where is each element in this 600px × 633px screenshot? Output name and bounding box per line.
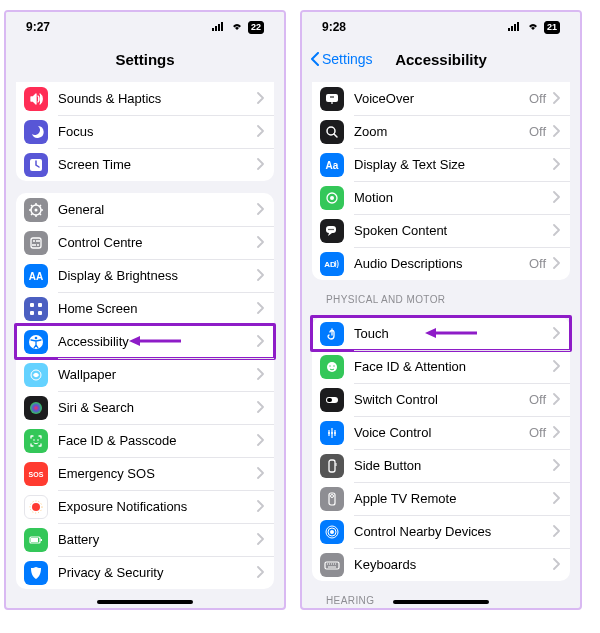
list-item-label: Display & Brightness [58,268,178,283]
list-item[interactable]: Battery [16,523,274,556]
back-button[interactable]: Settings [310,42,373,76]
list-item[interactable]: ZoomOff [312,115,570,148]
svg-point-19 [30,402,42,414]
svg-rect-3 [221,22,223,31]
list-item[interactable]: ADAudio DescriptionsOff [312,247,570,280]
list-item-label: Control Nearby Devices [354,524,491,539]
svg-rect-58 [325,562,339,569]
list-item-label: VoiceOver [354,91,414,106]
controlcentre-icon [24,231,48,255]
list-item-label: Apple TV Remote [354,491,456,506]
list-item[interactable]: Switch ControlOff [312,383,570,416]
list-item[interactable]: Apple TV Remote [312,482,570,515]
phone-accessibility: 9:28 21 Settings Accessibility VoiceOver… [300,10,582,610]
list-item-value: Off [529,425,546,440]
svg-rect-31 [517,22,519,31]
list-item-label: Motion [354,190,393,205]
list-item[interactable]: AADisplay & Brightness [16,259,274,292]
battery-level: 21 [544,21,560,34]
list-item-label: Emergency SOS [58,466,155,481]
list-item-label: Accessibility [58,334,129,349]
svg-point-39 [330,228,331,229]
svg-point-36 [330,196,334,200]
list-item[interactable]: Home Screen [16,292,274,325]
list-group: TouchFace ID & AttentionSwitch ControlOf… [312,317,570,581]
list-item-label: Touch [354,326,389,341]
switchcontrol-icon [320,388,344,412]
accessibility-list[interactable]: VoiceOverOffZoomOffAaDisplay & Text Size… [302,76,580,608]
chevron-right-icon [256,234,264,252]
chevron-right-icon [256,123,264,141]
chevron-right-icon [256,465,264,483]
list-item[interactable]: Face ID & Attention [312,350,570,383]
sos-icon: SOS [24,462,48,486]
svg-point-9 [37,244,39,246]
svg-rect-12 [38,303,42,307]
list-item[interactable]: Wallpaper [16,358,274,391]
chevron-right-icon [256,156,264,174]
privacy-icon [24,561,48,585]
list-item[interactable]: Accessibility [16,325,274,358]
chevron-right-icon [552,189,560,207]
list-item[interactable]: General [16,193,274,226]
list-item[interactable]: VoiceOverOff [312,82,570,115]
svg-point-16 [35,336,38,339]
svg-point-44 [329,365,330,366]
svg-rect-29 [511,26,513,31]
list-item[interactable]: Touch [312,317,570,350]
list-item[interactable]: Privacy & Security [16,556,274,589]
highlight-box [310,315,572,352]
home-indicator[interactable] [393,600,489,604]
chevron-right-icon [256,564,264,582]
textsize-icon: Aa [320,153,344,177]
list-item[interactable]: SOSEmergency SOS [16,457,274,490]
chevron-right-icon [552,255,560,273]
chevron-right-icon [552,424,560,442]
list-item[interactable]: Exposure Notifications [16,490,274,523]
list-item[interactable]: Siri & Search [16,391,274,424]
svg-rect-47 [327,398,332,402]
list-item[interactable]: Control Nearby Devices [312,515,570,548]
svg-point-54 [331,494,334,497]
navbar: Settings [6,42,284,76]
svg-point-43 [327,362,337,372]
list-item[interactable]: Spoken Content [312,214,570,247]
list-item-label: Wallpaper [58,367,116,382]
svg-point-55 [330,530,334,534]
faceattention-icon [320,355,344,379]
list-item-label: Switch Control [354,392,438,407]
list-item[interactable]: Side Button [312,449,570,482]
svg-rect-26 [41,539,43,541]
spoken-icon [320,219,344,243]
navbar: Settings Accessibility [302,42,580,76]
svg-point-6 [35,208,38,211]
list-item-label: Audio Descriptions [354,256,462,271]
list-item[interactable]: Focus [16,115,274,148]
list-item-label: Keyboards [354,557,416,572]
appletv-icon [320,487,344,511]
list-item-label: Voice Control [354,425,431,440]
list-item[interactable]: Control Centre [16,226,274,259]
svg-rect-14 [38,311,42,315]
chevron-right-icon [256,333,264,351]
list-item[interactable]: Face ID & Passcode [16,424,274,457]
list-item[interactable]: Sounds & Haptics [16,82,274,115]
list-item[interactable]: Voice ControlOff [312,416,570,449]
svg-rect-2 [218,24,220,31]
svg-point-40 [332,228,333,229]
svg-point-21 [37,439,39,441]
back-label: Settings [322,51,373,67]
list-item-label: Exposure Notifications [58,499,187,514]
svg-text:Aa: Aa [326,160,339,171]
list-item[interactable]: AaDisplay & Text Size [312,148,570,181]
home-indicator[interactable] [97,600,193,604]
list-item[interactable]: Screen Time [16,148,274,181]
accessibility-icon [24,330,48,354]
svg-rect-52 [336,463,337,466]
settings-list[interactable]: Sounds & HapticsFocusScreen TimeGeneralC… [6,76,284,608]
list-item-value: Off [529,256,546,271]
list-item[interactable]: Motion [312,181,570,214]
sidebutton-icon [320,454,344,478]
list-item[interactable]: Keyboards [312,548,570,581]
screentime-icon [24,153,48,177]
